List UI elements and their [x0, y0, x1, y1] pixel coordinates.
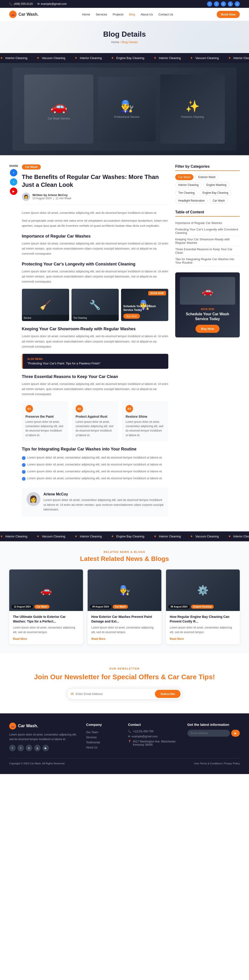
author-bio-avatar: 👩	[27, 492, 40, 506]
read-more-3[interactable]: Read More	[170, 637, 184, 641]
newsletter-email-input[interactable]	[76, 692, 155, 695]
pinterest-icon[interactable]: p	[235, 2, 240, 6]
email-icon-footer: ✉	[128, 735, 130, 738]
nav-services[interactable]: Services	[96, 13, 107, 16]
marquee-bottom-star-5: ✦	[154, 534, 157, 539]
related-card-3: ⚙️ 08 August 2024 Engine Cleaning How Re…	[166, 570, 240, 644]
filter-tag-engine-washing[interactable]: Engine Washing	[203, 182, 229, 188]
also-read-link[interactable]: "Protecting Your Car's Paint: Tips for a…	[27, 362, 164, 365]
filter-tag-exterior-wash[interactable]: Exterior Wash	[195, 174, 219, 180]
footer-subscribe-button[interactable]: ▶	[231, 730, 240, 737]
related-card-body-3: How Regular Engine Bay Cleaning Can Prev…	[166, 611, 240, 644]
read-more-2[interactable]: Read More	[91, 637, 105, 641]
filter-title: Filter by Categories	[175, 164, 240, 171]
marquee-item-6: ✦ Vacuum Cleaning	[190, 56, 219, 60]
google-icon[interactable]: g	[228, 2, 233, 6]
subscribe-button[interactable]: Subscribe	[155, 690, 181, 698]
marquee-bottom-star-2: ✦	[36, 534, 40, 539]
toc-item-1[interactable]: Importance of Regular Car Washes	[175, 220, 240, 226]
nav-projects[interactable]: Projects	[113, 13, 124, 16]
tip-bullet-2	[22, 463, 25, 467]
related-card-title-1: The Ultimate Guide to Exterior Car Washe…	[13, 615, 79, 624]
marquee-bottom-item-2: ✦ Vacuum Cleaning	[36, 534, 65, 539]
filter-tag-car-wash-2[interactable]: Car Wash	[209, 198, 228, 204]
section5-heading: Tips for Integrating Regular Car Washes …	[22, 447, 168, 452]
footer-testimonial[interactable]: Testimonial	[86, 740, 121, 745]
read-more-1[interactable]: Read More	[13, 637, 27, 641]
marquee-star-5: ✦	[154, 56, 157, 60]
footer-address: 4517 Washington Ave. Manchester, Kentuck…	[133, 740, 181, 746]
book-now-nav-button[interactable]: Book Now	[217, 11, 240, 18]
related-card-image-3: ⚙️ 08 August 2024 Engine Cleaning	[166, 570, 240, 611]
newsletter-title: Join Our Newsletter for Special Offers &…	[9, 672, 240, 681]
footer-facebook-icon[interactable]: f	[9, 745, 16, 751]
filter-tag-tire-cleaning[interactable]: Tire Cleaning	[175, 190, 198, 196]
footer-about-us[interactable]: About Us	[86, 745, 121, 750]
marquee-content-bottom: ✦ Interior Cleaning ✦ Vacuum Cleaning ✦ …	[0, 534, 249, 539]
share-youtube-button[interactable]: ▶	[10, 188, 17, 195]
footer-twitter-icon[interactable]: t	[17, 745, 24, 751]
privacy-policy-link[interactable]: Privacy Policy	[224, 762, 240, 765]
filter-tag-car-wash[interactable]: Car Wash	[175, 174, 193, 180]
facebook-icon[interactable]: f	[207, 2, 212, 6]
author-bio-text: Lorem ipsum dolor sit amet, consectetur …	[44, 498, 164, 512]
marquee-bottom: ✦ Interior Cleaning ✦ Vacuum Cleaning ✦ …	[0, 531, 249, 541]
marquee-star-6: ✦	[190, 56, 193, 60]
twitter-icon[interactable]: t	[214, 2, 219, 6]
author-name: Written by Arlene McCoy	[33, 193, 71, 197]
author-bio-name: Arlene McCoy	[44, 492, 164, 496]
newsletter-label: OUR NEWSLETTER	[9, 667, 240, 670]
user-terms-link[interactable]: User Terms & Conditions	[194, 762, 222, 765]
tip-4: Lorem ipsum dolor sit amet, consectetur …	[22, 475, 168, 482]
footer-google-icon[interactable]: g	[34, 745, 41, 751]
tip-text-1: Lorem ipsum dolor sit amet, consectetur …	[27, 456, 163, 459]
footer-services[interactable]: Services	[86, 735, 121, 740]
article-image-2: 🔧 Tire Cleaning	[71, 289, 119, 321]
section2-heading: Protecting Your Car's Longevity with Con…	[22, 262, 168, 267]
footer-our-team[interactable]: Our Team	[86, 730, 121, 735]
section1-text: Lorem ipsum dolor sit amet, consectetur …	[22, 241, 168, 256]
share-twitter-button[interactable]: t	[10, 178, 17, 186]
footer-contact-email: ✉ example@gmail.com	[128, 735, 181, 738]
nav-blog[interactable]: Blog	[129, 13, 135, 16]
buy-now-inline-button[interactable]: Buy Now	[123, 314, 140, 319]
related-title-start: Latest Related	[80, 555, 124, 562]
breadcrumb-home[interactable]: Home	[111, 40, 119, 44]
nav-home[interactable]: Home	[82, 13, 90, 16]
marquee-bottom-item-4: ✦ Engine Bay Cleaning	[111, 534, 144, 539]
marquee-bottom-star-3: ✦	[75, 534, 78, 539]
buy-now-button[interactable]: Buy Now	[195, 325, 219, 333]
footer-contact-heading: Contact	[128, 722, 181, 727]
navigation: 🚗 Car Wash. Home Services Projects Blog …	[0, 8, 249, 21]
filter-tag-headlight[interactable]: Headlight Restoration	[175, 198, 208, 204]
author-avatar: 👩	[22, 192, 30, 201]
newsletter-form: ✉ Subscribe	[67, 688, 182, 700]
footer-contact-address: 📍 4517 Washington Ave. Manchester, Kentu…	[128, 740, 181, 746]
related-card-body-1: The Ultimate Guide to Exterior Car Washe…	[9, 611, 83, 644]
footer-bottom: Copyright © 2024 Car Wash. All Rights Re…	[9, 758, 240, 765]
footer-youtube-icon[interactable]: ▶	[43, 745, 49, 751]
nav-about[interactable]: About Us	[141, 13, 153, 16]
toc-item-2[interactable]: Protecting Your Car's Longevity with Con…	[175, 226, 240, 236]
share-facebook-button[interactable]: f	[10, 169, 17, 177]
instagram-icon[interactable]: in	[221, 2, 226, 6]
section1-heading: Importance of Regular Car Washes	[22, 234, 168, 239]
nav-contact[interactable]: Contact Us	[159, 13, 173, 16]
toc-item-4[interactable]: Three Essential Reasons to Keep Your Car…	[175, 246, 240, 256]
reason-text-3: Lorem ipsum dolor sit amet, consectetur …	[126, 420, 165, 438]
footer-email-input[interactable]	[187, 730, 230, 737]
email-info: ✉ example@gmail.com	[37, 2, 67, 6]
filter-tag-interior-cleaning[interactable]: Interior Cleaning	[175, 182, 201, 188]
toc-item-5[interactable]: Tips for Integrating Regular Car Washes …	[175, 256, 240, 266]
tip-bullet-4	[22, 477, 25, 480]
footer-instagram-icon[interactable]: in	[26, 745, 32, 751]
filter-tag-engine-bay[interactable]: Engine Bay Cleaning	[200, 190, 231, 196]
filter-section: Filter by Categories Car Wash Exterior W…	[175, 164, 240, 204]
article-image-3: 👨‍🔧 BOOK NOW Schedule Your Car Wash Serv…	[121, 289, 168, 321]
phone-icon: 📞	[9, 2, 13, 6]
footer-email-address: example@gmail.com	[132, 735, 157, 738]
related-card-1: 🚗 12 August 2024 Car Wash The Ultimate G…	[9, 570, 83, 644]
page-title: Blog Details	[9, 30, 240, 38]
toc-item-3[interactable]: Keeping Your Car Showroom-Ready with Reg…	[175, 236, 240, 246]
footer-company: Company Our Team Services Testimonial Ab…	[86, 722, 121, 751]
